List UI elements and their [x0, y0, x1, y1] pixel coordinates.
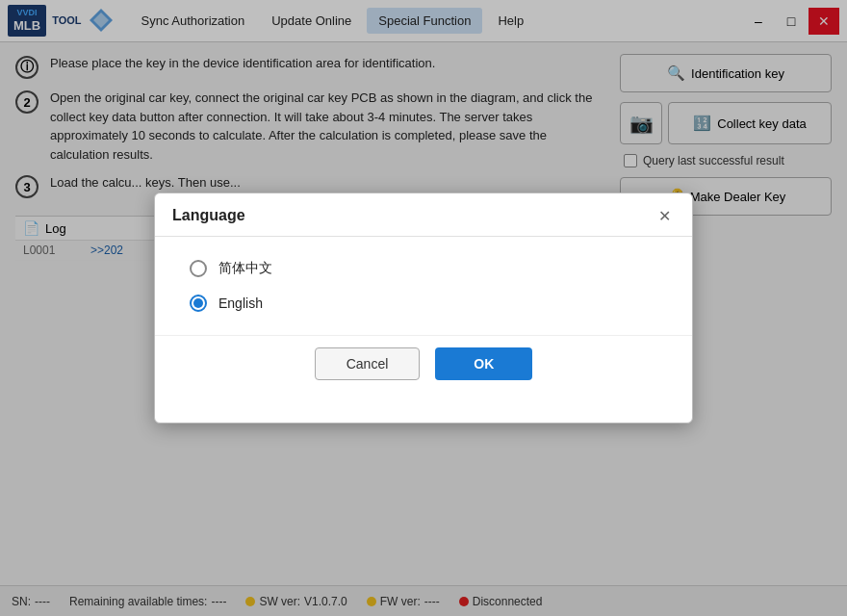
- radio-en[interactable]: [190, 295, 207, 312]
- radio-zh-label: 简体中文: [218, 260, 272, 277]
- radio-zh[interactable]: [190, 260, 207, 277]
- radio-en-label: English: [218, 295, 263, 311]
- modal-footer: Cancel OK: [155, 335, 692, 398]
- modal-ok-button[interactable]: OK: [435, 347, 532, 380]
- radio-row-en[interactable]: English: [190, 295, 657, 312]
- radio-row-zh[interactable]: 简体中文: [190, 260, 657, 277]
- modal-cancel-button[interactable]: Cancel: [315, 347, 421, 380]
- modal-body: 简体中文 English: [155, 237, 692, 335]
- modal-title: Language: [172, 207, 245, 224]
- modal-header: Language ✕: [155, 193, 692, 237]
- language-modal: Language ✕ 简体中文 English Cancel OK: [154, 192, 693, 424]
- radio-en-inner: [193, 298, 203, 308]
- modal-close-button[interactable]: ✕: [654, 205, 675, 226]
- modal-overlay: Language ✕ 简体中文 English Cancel OK: [0, 0, 847, 616]
